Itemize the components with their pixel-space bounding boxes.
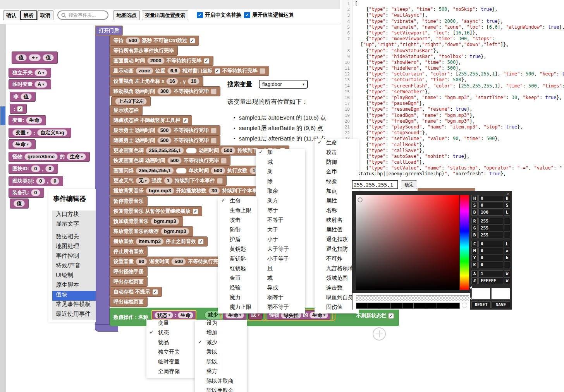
menu-item[interactable]: 小于 bbox=[256, 236, 305, 246]
menu-item[interactable]: 增加 bbox=[195, 329, 247, 339]
picker-field-value[interactable]: 0 bbox=[478, 195, 503, 202]
color-swatch-field[interactable] bbox=[186, 148, 197, 154]
var-search-button[interactable]: 变量出现位置搜索 bbox=[142, 10, 188, 20]
menu-item[interactable]: 乘方 bbox=[195, 368, 247, 378]
palette-swatch[interactable] bbox=[368, 303, 379, 308]
menu-item[interactable]: 减 bbox=[256, 159, 305, 168]
menu-item[interactable]: 经验 bbox=[218, 284, 257, 294]
picker-field-mode[interactable]: a bbox=[504, 248, 510, 254]
statement-block[interactable]: 隐藏状态栏 不隐藏竖屏工具栏✓ bbox=[110, 115, 192, 125]
checkbox-field[interactable] bbox=[260, 68, 265, 74]
left-scrollbar-track[interactable] bbox=[0, 24, 6, 392]
dropdown-field[interactable]: A▾ bbox=[34, 69, 47, 76]
palette-item[interactable]: 事件控制 bbox=[52, 252, 96, 262]
menu-item[interactable]: 临时变量 bbox=[146, 358, 195, 368]
norefresh-checkbox[interactable]: ✓ bbox=[388, 313, 394, 319]
menu-item[interactable]: 除以 bbox=[195, 358, 247, 368]
field-value[interactable]: 0 bbox=[36, 178, 45, 185]
search-input[interactable] bbox=[68, 12, 104, 18]
close-icon[interactable]: × bbox=[506, 191, 509, 197]
zoom-in-control[interactable] bbox=[373, 327, 386, 341]
field-value[interactable]: item.mp3 bbox=[136, 238, 164, 245]
menu-item[interactable]: 变量 bbox=[146, 320, 195, 329]
parse-button[interactable]: 解析 bbox=[20, 10, 37, 20]
map-pick-button[interactable]: 地图选点 bbox=[113, 10, 140, 20]
field-value[interactable]: 16 bbox=[187, 78, 199, 85]
field-value[interactable]: 16 bbox=[166, 78, 178, 85]
dropdown-field[interactable]: 变量▾ bbox=[12, 129, 32, 136]
field-value[interactable]: 1 bbox=[164, 177, 173, 184]
swatch-palette-row[interactable] bbox=[356, 303, 460, 309]
picker-field-mode[interactable]: L bbox=[504, 241, 510, 247]
field-value[interactable]: 500 bbox=[171, 258, 186, 265]
menu-item[interactable]: 大于 bbox=[256, 226, 305, 236]
palette-swatch[interactable] bbox=[391, 303, 402, 308]
field-value[interactable]: 2000 bbox=[147, 57, 165, 64]
statement-block[interactable]: 播放音效item.mp3停止之前音效✓ bbox=[110, 236, 208, 246]
statement-block[interactable]: 暂停背景音乐 bbox=[110, 196, 148, 206]
menu-item[interactable]: ✓加 bbox=[256, 149, 305, 159]
field-value[interactable]: 500 bbox=[157, 137, 172, 144]
statement-block[interactable]: 呼出怪物手册 bbox=[110, 267, 148, 277]
palette-swatch[interactable] bbox=[448, 303, 459, 308]
field-value[interactable]: 值 bbox=[43, 54, 54, 61]
menu-item[interactable]: 小于等于 bbox=[256, 255, 305, 265]
field-value[interactable]: 自定义flag bbox=[37, 129, 67, 136]
picker-field-value[interactable]: 0 bbox=[478, 202, 503, 209]
menu-item[interactable]: 不等于 bbox=[256, 217, 305, 226]
field-value[interactable]: 值 bbox=[21, 93, 32, 100]
flyout-block[interactable]: 非值 bbox=[10, 92, 36, 102]
palette-item[interactable]: 地图处理 bbox=[52, 243, 96, 252]
flyout-block[interactable]: 变量:生命 bbox=[9, 115, 46, 125]
checkbox-field[interactable] bbox=[211, 138, 217, 144]
palette-swatch[interactable] bbox=[425, 303, 437, 308]
field-value[interactable]: 500 bbox=[221, 147, 236, 154]
field-value[interactable]: 500 bbox=[157, 127, 172, 134]
menu-item[interactable]: 独立开关 bbox=[146, 349, 195, 358]
palette-item[interactable]: 特效/声音 bbox=[52, 262, 96, 272]
picker-save-button[interactable]: SAVE bbox=[492, 301, 510, 308]
flyout-block[interactable]: 变量▾:自定义flag bbox=[9, 128, 71, 138]
palette-item[interactable]: 值块 bbox=[52, 291, 96, 301]
checkbox-field[interactable]: ✓ bbox=[198, 239, 204, 245]
picker-field-mode[interactable]: W bbox=[504, 277, 510, 284]
field-value[interactable]: zone bbox=[136, 67, 153, 74]
dropdown-field[interactable]: A▾ bbox=[34, 81, 47, 88]
palette-swatch[interactable] bbox=[437, 303, 448, 308]
menu-item[interactable]: 护盾 bbox=[218, 236, 257, 246]
event-wrapper-spine[interactable] bbox=[95, 26, 110, 330]
field-value[interactable]: 500 bbox=[126, 37, 140, 44]
picker-field-value[interactable]: 255 bbox=[478, 232, 503, 238]
checkbox-field[interactable]: ✓ bbox=[152, 289, 158, 295]
menu-item[interactable]: ✓减少 bbox=[195, 339, 247, 349]
menu-item[interactable]: 除以并取余 bbox=[195, 387, 247, 392]
statement-block[interactable]: 隐藏勇士 动画时间500不等待执行完毕 bbox=[110, 135, 220, 146]
checkbox-field[interactable] bbox=[211, 128, 217, 134]
saturation-cursor[interactable] bbox=[358, 197, 363, 202]
dropdown-field[interactable]: 生命▾ bbox=[67, 153, 86, 160]
field-value[interactable]: bgm.mp3 bbox=[146, 187, 174, 194]
palette-swatch[interactable] bbox=[356, 303, 368, 308]
field-value[interactable]: bgm.mp3 bbox=[151, 218, 179, 225]
hue-slider[interactable] bbox=[460, 195, 469, 290]
statement-block[interactable]: 画面闪烁255,255,255,1单次时间500执行次数1 bbox=[110, 166, 262, 176]
palette-swatch[interactable] bbox=[402, 303, 414, 308]
menu-item[interactable]: 除 bbox=[256, 178, 305, 188]
statement-block[interactable]: 停止所有音效 bbox=[110, 246, 148, 257]
picker-field-mode[interactable] bbox=[504, 262, 510, 268]
field-value[interactable]: 上右3下2左 bbox=[115, 98, 147, 105]
color-ok-button[interactable]: 确定 bbox=[401, 180, 417, 189]
variable-select[interactable]: flag:door ▾ bbox=[259, 80, 308, 89]
palette-swatch[interactable] bbox=[414, 303, 425, 308]
menu-item[interactable]: 物品 bbox=[146, 339, 195, 349]
checkbox-field[interactable]: ✓ bbox=[193, 209, 198, 214]
picker-field-value[interactable]: 255 bbox=[478, 218, 503, 224]
palette-item[interactable]: 最近使用事件 bbox=[52, 310, 96, 320]
picker-field-value[interactable]: 0 bbox=[478, 241, 503, 247]
cancel-button[interactable]: 取消 bbox=[37, 10, 53, 20]
flyout-block[interactable]: 值 bbox=[10, 199, 29, 209]
flyout-block[interactable]: 生命▾ bbox=[9, 139, 36, 149]
picker-field-mode[interactable]: b bbox=[504, 255, 510, 261]
statement-block[interactable]: 更改天气无▾强度1持续到下个本事件 bbox=[110, 176, 227, 186]
dropdown-field[interactable]: +▾ bbox=[29, 54, 41, 61]
